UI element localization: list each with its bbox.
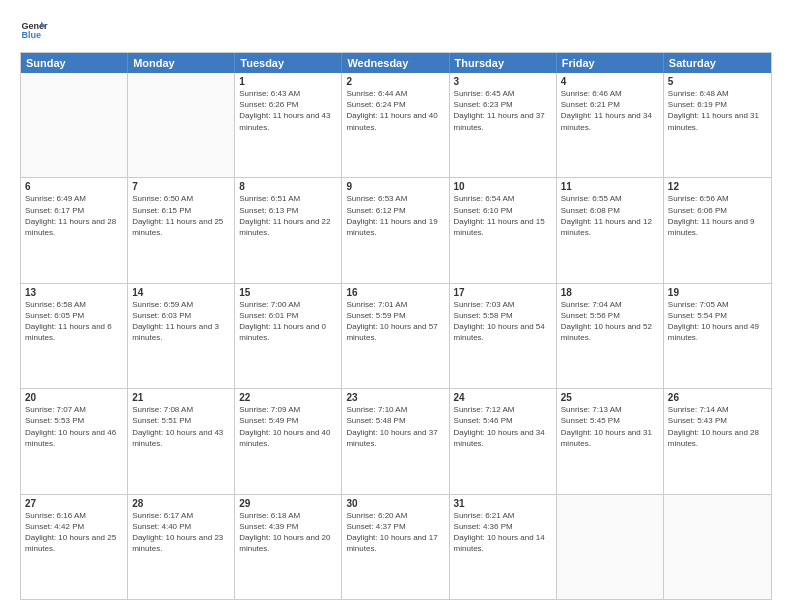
cell-info: Sunrise: 6:54 AMSunset: 6:10 PMDaylight:…	[454, 193, 552, 238]
cell-day-number: 21	[132, 392, 230, 403]
cell-info: Sunrise: 6:43 AMSunset: 6:26 PMDaylight:…	[239, 88, 337, 133]
cell-info: Sunrise: 6:50 AMSunset: 6:15 PMDaylight:…	[132, 193, 230, 238]
cell-day-number: 29	[239, 498, 337, 509]
cell-info: Sunrise: 6:16 AMSunset: 4:42 PMDaylight:…	[25, 510, 123, 555]
calendar-cell: 11Sunrise: 6:55 AMSunset: 6:08 PMDayligh…	[557, 178, 664, 282]
calendar-cell: 9Sunrise: 6:53 AMSunset: 6:12 PMDaylight…	[342, 178, 449, 282]
header: General Blue	[20, 16, 772, 44]
cell-info: Sunrise: 6:45 AMSunset: 6:23 PMDaylight:…	[454, 88, 552, 133]
calendar-cell: 14Sunrise: 6:59 AMSunset: 6:03 PMDayligh…	[128, 284, 235, 388]
cell-day-number: 27	[25, 498, 123, 509]
cell-info: Sunrise: 7:13 AMSunset: 5:45 PMDaylight:…	[561, 404, 659, 449]
calendar-cell: 5Sunrise: 6:48 AMSunset: 6:19 PMDaylight…	[664, 73, 771, 177]
weekday-header: Thursday	[450, 53, 557, 73]
cell-day-number: 15	[239, 287, 337, 298]
cell-day-number: 12	[668, 181, 767, 192]
cell-info: Sunrise: 7:07 AMSunset: 5:53 PMDaylight:…	[25, 404, 123, 449]
cell-day-number: 4	[561, 76, 659, 87]
calendar-cell: 23Sunrise: 7:10 AMSunset: 5:48 PMDayligh…	[342, 389, 449, 493]
calendar-row: 20Sunrise: 7:07 AMSunset: 5:53 PMDayligh…	[21, 389, 771, 494]
calendar-cell: 3Sunrise: 6:45 AMSunset: 6:23 PMDaylight…	[450, 73, 557, 177]
calendar-cell: 10Sunrise: 6:54 AMSunset: 6:10 PMDayligh…	[450, 178, 557, 282]
cell-info: Sunrise: 6:59 AMSunset: 6:03 PMDaylight:…	[132, 299, 230, 344]
calendar-cell: 7Sunrise: 6:50 AMSunset: 6:15 PMDaylight…	[128, 178, 235, 282]
cell-day-number: 6	[25, 181, 123, 192]
cell-info: Sunrise: 6:55 AMSunset: 6:08 PMDaylight:…	[561, 193, 659, 238]
cell-day-number: 14	[132, 287, 230, 298]
cell-day-number: 30	[346, 498, 444, 509]
cell-day-number: 17	[454, 287, 552, 298]
weekday-header: Monday	[128, 53, 235, 73]
calendar-cell	[128, 73, 235, 177]
cell-day-number: 7	[132, 181, 230, 192]
cell-info: Sunrise: 7:14 AMSunset: 5:43 PMDaylight:…	[668, 404, 767, 449]
calendar-cell: 4Sunrise: 6:46 AMSunset: 6:21 PMDaylight…	[557, 73, 664, 177]
calendar-cell: 8Sunrise: 6:51 AMSunset: 6:13 PMDaylight…	[235, 178, 342, 282]
calendar-row: 1Sunrise: 6:43 AMSunset: 6:26 PMDaylight…	[21, 73, 771, 178]
cell-day-number: 11	[561, 181, 659, 192]
cell-day-number: 23	[346, 392, 444, 403]
page: General Blue SundayMondayTuesdayWednesda…	[0, 0, 792, 612]
calendar-cell	[664, 495, 771, 599]
calendar-cell: 12Sunrise: 6:56 AMSunset: 6:06 PMDayligh…	[664, 178, 771, 282]
weekday-header: Tuesday	[235, 53, 342, 73]
calendar-row: 13Sunrise: 6:58 AMSunset: 6:05 PMDayligh…	[21, 284, 771, 389]
calendar-cell: 13Sunrise: 6:58 AMSunset: 6:05 PMDayligh…	[21, 284, 128, 388]
cell-info: Sunrise: 6:48 AMSunset: 6:19 PMDaylight:…	[668, 88, 767, 133]
cell-day-number: 25	[561, 392, 659, 403]
calendar-cell: 24Sunrise: 7:12 AMSunset: 5:46 PMDayligh…	[450, 389, 557, 493]
logo-icon: General Blue	[20, 16, 48, 44]
cell-day-number: 28	[132, 498, 230, 509]
calendar-cell: 29Sunrise: 6:18 AMSunset: 4:39 PMDayligh…	[235, 495, 342, 599]
cell-info: Sunrise: 6:18 AMSunset: 4:39 PMDaylight:…	[239, 510, 337, 555]
cell-info: Sunrise: 7:03 AMSunset: 5:58 PMDaylight:…	[454, 299, 552, 344]
cell-day-number: 13	[25, 287, 123, 298]
cell-info: Sunrise: 7:00 AMSunset: 6:01 PMDaylight:…	[239, 299, 337, 344]
calendar-cell: 31Sunrise: 6:21 AMSunset: 4:36 PMDayligh…	[450, 495, 557, 599]
cell-day-number: 19	[668, 287, 767, 298]
calendar-body: 1Sunrise: 6:43 AMSunset: 6:26 PMDaylight…	[21, 73, 771, 599]
cell-day-number: 2	[346, 76, 444, 87]
calendar-header: SundayMondayTuesdayWednesdayThursdayFrid…	[21, 53, 771, 73]
cell-info: Sunrise: 7:09 AMSunset: 5:49 PMDaylight:…	[239, 404, 337, 449]
cell-day-number: 24	[454, 392, 552, 403]
calendar-cell: 20Sunrise: 7:07 AMSunset: 5:53 PMDayligh…	[21, 389, 128, 493]
cell-day-number: 8	[239, 181, 337, 192]
cell-info: Sunrise: 6:51 AMSunset: 6:13 PMDaylight:…	[239, 193, 337, 238]
calendar-cell: 15Sunrise: 7:00 AMSunset: 6:01 PMDayligh…	[235, 284, 342, 388]
cell-info: Sunrise: 6:20 AMSunset: 4:37 PMDaylight:…	[346, 510, 444, 555]
weekday-header: Sunday	[21, 53, 128, 73]
cell-info: Sunrise: 6:46 AMSunset: 6:21 PMDaylight:…	[561, 88, 659, 133]
calendar-cell: 1Sunrise: 6:43 AMSunset: 6:26 PMDaylight…	[235, 73, 342, 177]
cell-info: Sunrise: 6:53 AMSunset: 6:12 PMDaylight:…	[346, 193, 444, 238]
cell-info: Sunrise: 7:05 AMSunset: 5:54 PMDaylight:…	[668, 299, 767, 344]
cell-day-number: 1	[239, 76, 337, 87]
svg-text:Blue: Blue	[21, 30, 41, 40]
calendar-cell	[21, 73, 128, 177]
calendar-cell: 30Sunrise: 6:20 AMSunset: 4:37 PMDayligh…	[342, 495, 449, 599]
calendar-cell: 18Sunrise: 7:04 AMSunset: 5:56 PMDayligh…	[557, 284, 664, 388]
calendar-row: 6Sunrise: 6:49 AMSunset: 6:17 PMDaylight…	[21, 178, 771, 283]
cell-day-number: 9	[346, 181, 444, 192]
cell-day-number: 18	[561, 287, 659, 298]
cell-info: Sunrise: 6:49 AMSunset: 6:17 PMDaylight:…	[25, 193, 123, 238]
cell-day-number: 5	[668, 76, 767, 87]
cell-info: Sunrise: 6:56 AMSunset: 6:06 PMDaylight:…	[668, 193, 767, 238]
cell-day-number: 16	[346, 287, 444, 298]
calendar-cell: 17Sunrise: 7:03 AMSunset: 5:58 PMDayligh…	[450, 284, 557, 388]
calendar-cell: 2Sunrise: 6:44 AMSunset: 6:24 PMDaylight…	[342, 73, 449, 177]
calendar-cell: 26Sunrise: 7:14 AMSunset: 5:43 PMDayligh…	[664, 389, 771, 493]
calendar-cell: 27Sunrise: 6:16 AMSunset: 4:42 PMDayligh…	[21, 495, 128, 599]
calendar-cell: 16Sunrise: 7:01 AMSunset: 5:59 PMDayligh…	[342, 284, 449, 388]
calendar-cell: 19Sunrise: 7:05 AMSunset: 5:54 PMDayligh…	[664, 284, 771, 388]
cell-info: Sunrise: 6:21 AMSunset: 4:36 PMDaylight:…	[454, 510, 552, 555]
cell-info: Sunrise: 6:58 AMSunset: 6:05 PMDaylight:…	[25, 299, 123, 344]
cell-day-number: 22	[239, 392, 337, 403]
cell-day-number: 20	[25, 392, 123, 403]
calendar-cell: 21Sunrise: 7:08 AMSunset: 5:51 PMDayligh…	[128, 389, 235, 493]
cell-day-number: 26	[668, 392, 767, 403]
weekday-header: Wednesday	[342, 53, 449, 73]
calendar-cell: 28Sunrise: 6:17 AMSunset: 4:40 PMDayligh…	[128, 495, 235, 599]
cell-info: Sunrise: 7:12 AMSunset: 5:46 PMDaylight:…	[454, 404, 552, 449]
cell-info: Sunrise: 7:08 AMSunset: 5:51 PMDaylight:…	[132, 404, 230, 449]
